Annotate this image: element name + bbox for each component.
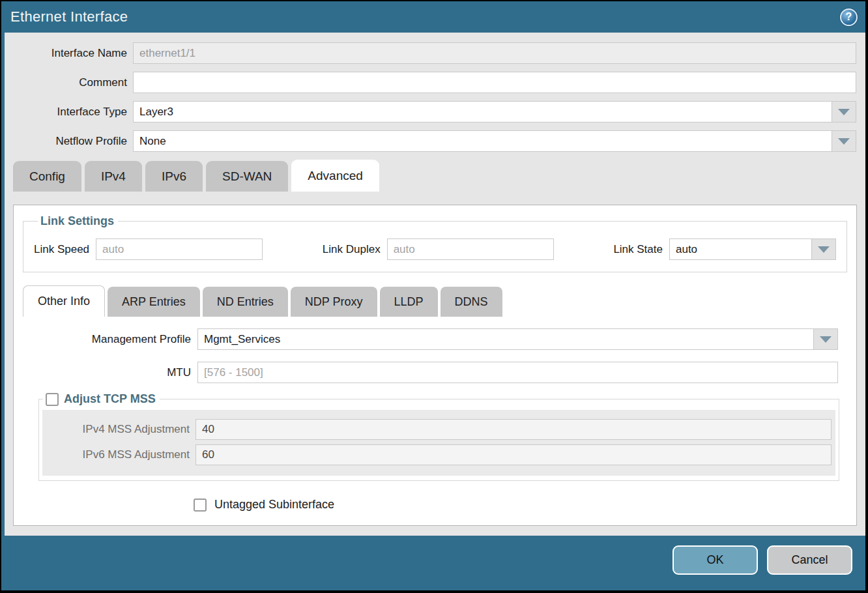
link-speed-group: Link Speed <box>34 239 263 260</box>
interface-type-label: Interface Type <box>5 106 127 119</box>
interface-type-row: Interface Type Layer3 <box>5 101 865 123</box>
link-duplex-group: Link Duplex <box>323 239 554 260</box>
adjust-tcp-mss-checkbox[interactable] <box>46 393 59 406</box>
link-state-value: auto <box>670 239 811 259</box>
interface-type-value: Layer3 <box>134 102 832 122</box>
interface-name-input <box>133 42 856 64</box>
management-profile-label: Management Profile <box>23 333 191 346</box>
link-state-group: Link State auto <box>613 239 836 260</box>
tab-ipv4[interactable]: IPv4 <box>85 161 142 192</box>
ipv4-mss-row: IPv4 MSS Adjustment <box>42 419 835 440</box>
comment-row: Comment <box>5 72 865 93</box>
interface-name-row: Interface Name <box>5 42 865 64</box>
chevron-down-icon[interactable] <box>811 239 835 259</box>
link-speed-input[interactable] <box>96 239 263 260</box>
ok-button[interactable]: OK <box>673 545 758 575</box>
mtu-row: MTU <box>23 362 847 383</box>
tab-advanced[interactable]: Advanced <box>291 160 379 192</box>
help-icon[interactable]: ? <box>840 8 858 26</box>
management-profile-row: Management Profile Mgmt_Services <box>23 328 847 350</box>
chevron-down-icon[interactable] <box>813 329 837 349</box>
link-duplex-label: Link Duplex <box>323 243 381 256</box>
untagged-subinterface-checkbox[interactable] <box>194 499 207 512</box>
link-state-label: Link State <box>613 243 663 256</box>
comment-label: Comment <box>5 76 127 89</box>
dialog-titlebar: Ethernet Interface ? <box>1 1 865 33</box>
link-duplex-input[interactable] <box>387 239 554 260</box>
ipv4-mss-label: IPv4 MSS Adjustment <box>42 423 190 436</box>
tab-sdwan[interactable]: SD-WAN <box>206 161 288 192</box>
netflow-profile-label: Netflow Profile <box>5 135 127 148</box>
subtab-ndp-proxy[interactable]: NDP Proxy <box>291 287 377 317</box>
interface-type-select[interactable]: Layer3 <box>133 101 856 123</box>
management-profile-select[interactable]: Mgmt_Services <box>197 328 838 350</box>
main-tabs: Config IPv4 IPv6 SD-WAN Advanced <box>13 160 865 192</box>
ipv6-mss-input <box>195 444 832 465</box>
mtu-input[interactable] <box>197 362 838 383</box>
link-settings-legend: Link Settings <box>40 214 114 227</box>
untagged-subinterface-label: Untagged Subinterface <box>214 498 334 512</box>
subtab-ddns[interactable]: DDNS <box>441 287 502 317</box>
advanced-tab-panel: Link Settings Link Speed Link Duplex Lin… <box>13 205 857 526</box>
netflow-profile-value: None <box>134 131 832 151</box>
subtab-other-info[interactable]: Other Info <box>23 285 105 317</box>
dialog-footer: OK Cancel <box>1 536 865 590</box>
link-settings-row: Link Speed Link Duplex Link State auto <box>34 239 836 260</box>
advanced-sub-tabs: Other Info ARP Entries ND Entries NDP Pr… <box>23 285 847 317</box>
tab-config[interactable]: Config <box>13 161 81 192</box>
ipv6-mss-row: IPv6 MSS Adjustment <box>42 444 835 465</box>
untagged-subinterface-row: Untagged Subinterface <box>194 498 847 512</box>
ethernet-interface-dialog: Ethernet Interface ? Interface Name Comm… <box>0 0 868 593</box>
chevron-down-icon[interactable] <box>832 102 856 122</box>
adjust-tcp-mss-fieldset: Adjust TCP MSS IPv4 MSS Adjustment IPv6 … <box>38 392 839 481</box>
adjust-tcp-mss-legend: Adjust TCP MSS <box>64 392 156 406</box>
ipv6-mss-label: IPv6 MSS Adjustment <box>42 448 190 461</box>
subtab-nd-entries[interactable]: ND Entries <box>203 287 288 317</box>
tab-ipv6[interactable]: IPv6 <box>145 161 203 192</box>
subtab-arp-entries[interactable]: ARP Entries <box>108 287 200 317</box>
link-settings-fieldset: Link Settings Link Speed Link Duplex Lin… <box>23 214 847 272</box>
subtab-lldp[interactable]: LLDP <box>380 287 438 317</box>
interface-name-label: Interface Name <box>5 47 127 60</box>
netflow-profile-row: Netflow Profile None <box>5 130 865 152</box>
link-state-select[interactable]: auto <box>669 239 836 260</box>
top-form: Interface Name Comment Interface Type La… <box>5 33 865 152</box>
ipv4-mss-input <box>195 419 832 440</box>
netflow-profile-select[interactable]: None <box>133 130 856 152</box>
comment-input[interactable] <box>133 72 856 93</box>
mss-panel: IPv4 MSS Adjustment IPv6 MSS Adjustment <box>42 410 835 476</box>
other-info-panel: Management Profile Mgmt_Services MTU <box>23 328 847 512</box>
link-speed-label: Link Speed <box>34 243 89 256</box>
dialog-body: Interface Name Comment Interface Type La… <box>1 33 865 536</box>
dialog-title: Ethernet Interface <box>10 8 128 25</box>
management-profile-value: Mgmt_Services <box>198 329 813 349</box>
chevron-down-icon[interactable] <box>832 131 856 151</box>
mtu-label: MTU <box>23 366 191 379</box>
cancel-button[interactable]: Cancel <box>767 545 852 575</box>
